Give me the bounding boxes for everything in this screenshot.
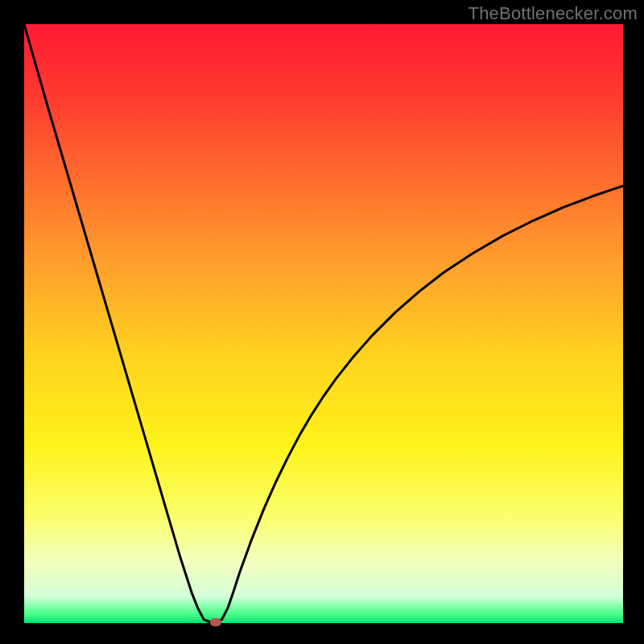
watermark-text: TheBottlenecker.com <box>469 3 638 24</box>
chart-background <box>24 24 623 623</box>
chart-frame: TheBottlenecker.com <box>0 0 644 644</box>
bottleneck-chart <box>24 24 623 623</box>
optimal-point-marker <box>210 618 221 626</box>
